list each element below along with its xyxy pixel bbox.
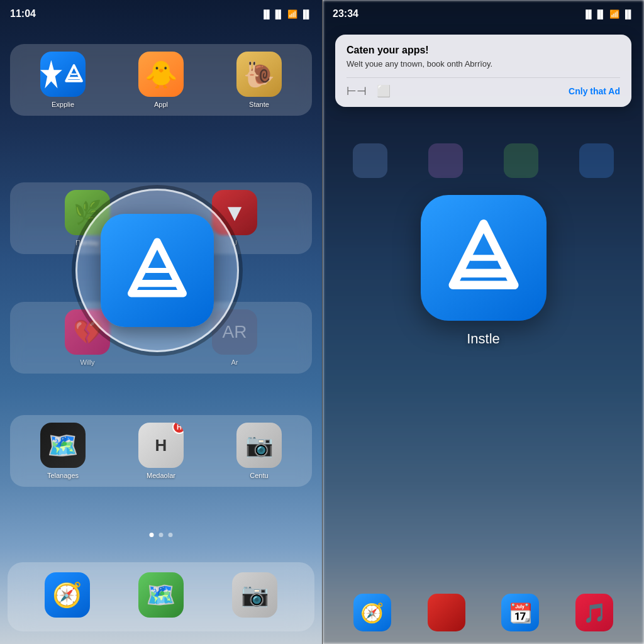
right-status-icons: ▐▌▐▌ 📶 ▐▌: [583, 9, 634, 19]
wifi-icon: 📶: [287, 9, 297, 19]
right-dock-icon-2[interactable]: [428, 594, 465, 631]
app-label-centu: Centu: [250, 472, 268, 479]
notif-icon-1[interactable]: ⊢⊣: [347, 84, 367, 98]
app-icon-medaolar[interactable]: H H: [138, 423, 184, 468]
left-phone-screen: 11:04 ▐▌▐▌ 📶 ▐▌ Expplie 🐥 Appl: [0, 0, 322, 644]
right-status-bar: 23:34 ▐▌▐▌ 📶 ▐▌: [323, 0, 644, 28]
dock-icon-maps[interactable]: 🗺️: [138, 572, 184, 618]
dock-safari[interactable]: 🧭: [20, 572, 114, 621]
dot-1: [150, 533, 154, 537]
app-stante[interactable]: 🐌 Stante: [213, 52, 306, 108]
app-label-stante: Stante: [249, 101, 269, 108]
right-bg-app-row-top: [323, 138, 644, 183]
app-appl[interactable]: 🐥 Appl: [114, 52, 208, 108]
right-battery-icon: ▐▌: [623, 9, 634, 19]
notification-body: Welt youe any tnown, book onth Abrrïoy.: [347, 58, 620, 70]
large-app-icon[interactable]: [421, 195, 547, 321]
app-label-willy: Willy: [80, 358, 94, 366]
app-label-appl: Appl: [154, 101, 168, 108]
app-icon-expplie[interactable]: [40, 52, 86, 97]
app-row-1: Expplie 🐥 Appl 🐌 Stante: [10, 44, 312, 116]
large-app-label: Instle: [467, 331, 500, 347]
dock-maps[interactable]: 🗺️: [114, 572, 208, 621]
app-icon-appl[interactable]: 🐥: [138, 52, 184, 97]
right-time: 23:34: [333, 8, 358, 19]
magnifier: [75, 189, 239, 352]
dot-3: [169, 533, 173, 537]
app-label-expplie: Expplie: [52, 101, 74, 108]
right-dock: 🧭 📆 🎵: [335, 594, 631, 631]
app-label-ar: Ar: [231, 358, 238, 366]
dock-icon-camera[interactable]: 📷: [232, 572, 277, 618]
battery-icon: ▐▌: [301, 9, 312, 19]
right-wifi-icon: 📶: [609, 9, 619, 19]
app-label-telanages: Telanages: [47, 472, 79, 479]
app-expplie[interactable]: Expplie: [16, 52, 109, 108]
right-phone-screen: 23:34 ▐▌▐▌ 📶 ▐▌ Caten your apps! Welt yo…: [322, 0, 644, 644]
notification-card: Caten your apps! Welt youe any tnown, bo…: [335, 35, 631, 107]
app-telanages[interactable]: 🗺️ Telanages: [16, 423, 109, 479]
notification-actions: ⊢⊣ ⬜ Cnly that Ad: [347, 77, 620, 98]
notif-action-button[interactable]: Cnly that Ad: [569, 86, 620, 96]
app-row-4: 🗺️ Telanages H H Medaolar 📷 Centu: [10, 415, 312, 487]
right-signal-icon: ▐▌▐▌: [583, 9, 606, 19]
notification-title: Caten your apps!: [347, 45, 620, 56]
dock-icon-safari[interactable]: 🧭: [45, 572, 90, 618]
right-dock-icon-1[interactable]: 🧭: [353, 594, 391, 631]
right-dock-icon-4[interactable]: 🎵: [575, 594, 613, 631]
left-dock: 🧭 🗺️ 📷: [8, 562, 314, 631]
app-icon-telanages[interactable]: 🗺️: [40, 423, 86, 468]
notif-icon-2[interactable]: ⬜: [377, 84, 391, 98]
left-status-icons: ▐▌▐▌ 📶 ▐▌: [261, 9, 312, 19]
dock-camera[interactable]: 📷: [208, 572, 302, 621]
app-medaolar[interactable]: H H Medaolar: [114, 423, 208, 479]
signal-icon: ▐▌▐▌: [261, 9, 284, 19]
left-time: 11:04: [10, 8, 36, 19]
app-label-medaolar: Medaolar: [147, 472, 175, 479]
app-icon-centu[interactable]: 📷: [236, 423, 282, 468]
left-status-bar: 11:04 ▐▌▐▌ 📶 ▐▌: [0, 0, 322, 28]
magnifier-app-icon: [101, 214, 214, 327]
dot-2: [159, 533, 164, 537]
app-icon-stante[interactable]: 🐌: [236, 52, 282, 97]
app-centu[interactable]: 📷 Centu: [213, 423, 306, 479]
right-dock-icon-3[interactable]: 📆: [501, 594, 539, 631]
page-dots: [150, 533, 173, 537]
